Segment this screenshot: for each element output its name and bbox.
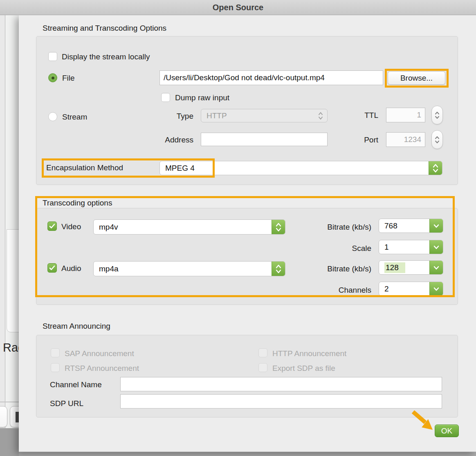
display-stream-locally-label: Display the stream locally bbox=[62, 52, 150, 61]
audio-bitrate-combo[interactable]: 128 bbox=[379, 260, 443, 275]
file-radio-label: File bbox=[62, 74, 75, 83]
stepper-up-icon bbox=[435, 136, 440, 139]
stepper-down-icon bbox=[435, 116, 440, 119]
selected-text-highlight: 128 bbox=[384, 262, 405, 273]
audio-codec-dropdown[interactable]: mp4a bbox=[93, 261, 285, 276]
ttl-input bbox=[386, 108, 425, 122]
ok-button[interactable]: OK bbox=[435, 424, 459, 437]
parent-window-button[interactable] bbox=[0, 406, 7, 427]
audio-bitrate-value: 128 bbox=[379, 261, 429, 274]
browse-button-label: Browse... bbox=[400, 74, 433, 83]
parent-window-divider bbox=[0, 402, 19, 402]
ok-button-label: OK bbox=[441, 427, 452, 436]
audio-checkbox[interactable] bbox=[47, 263, 57, 273]
chevron-up-down-icon bbox=[272, 262, 285, 276]
file-path-input[interactable] bbox=[159, 70, 383, 85]
type-dropdown-value: HTTP bbox=[201, 109, 314, 122]
window-title: Open Source bbox=[213, 3, 263, 12]
announcing-section-heading: Stream Announcing bbox=[43, 322, 110, 331]
video-codec-value: mp4v bbox=[94, 220, 272, 234]
stream-radio[interactable] bbox=[48, 112, 57, 121]
background-window-edge bbox=[0, 15, 5, 456]
audio-label: Audio bbox=[61, 264, 81, 273]
stream-radio-label: Stream bbox=[62, 113, 87, 122]
type-label: Type bbox=[148, 112, 193, 121]
export-sdp-checkbox bbox=[258, 363, 267, 372]
open-source-dialog: Rad Open Source Streaming and Transcodin… bbox=[0, 0, 476, 456]
http-announcement-label: HTTP Announcement bbox=[272, 349, 346, 358]
chevron-down-icon bbox=[429, 282, 443, 296]
parent-window-shadow bbox=[0, 428, 19, 456]
encapsulation-method-value: MPEG 4 bbox=[160, 161, 429, 175]
dump-raw-input-label: Dump raw input bbox=[175, 93, 229, 102]
audio-codec-value: mp4a bbox=[94, 262, 272, 276]
address-input[interactable] bbox=[201, 133, 328, 146]
chevron-up-down-icon bbox=[272, 220, 285, 234]
checkmark-icon bbox=[49, 223, 55, 229]
http-announcement-checkbox bbox=[258, 348, 267, 357]
ttl-stepper[interactable] bbox=[431, 106, 443, 124]
stepper-down-icon bbox=[435, 140, 440, 144]
rtsp-announcement-label: RTSP Announcement bbox=[65, 364, 139, 373]
sap-announcement-label: SAP Announcement bbox=[65, 349, 134, 358]
dump-raw-input-checkbox[interactable] bbox=[161, 93, 170, 102]
scale-label: Scale bbox=[302, 244, 371, 253]
ttl-label: TTL bbox=[341, 111, 378, 120]
address-label: Address bbox=[148, 135, 193, 144]
video-bitrate-value: 768 bbox=[379, 219, 429, 233]
port-stepper[interactable] bbox=[431, 130, 443, 149]
display-stream-locally-checkbox[interactable] bbox=[48, 52, 57, 61]
chevron-down-icon bbox=[429, 219, 443, 233]
chevron-up-down-icon bbox=[429, 161, 442, 175]
encapsulation-method-label: Encapsulation Method bbox=[46, 163, 123, 172]
parent-window-clipped-text: Rad bbox=[3, 341, 19, 356]
desktop-strip bbox=[19, 452, 476, 456]
channels-label: Channels bbox=[302, 286, 371, 295]
sdp-url-label: SDP URL bbox=[50, 399, 83, 408]
parent-window-button-icon bbox=[16, 412, 19, 422]
scale-combo[interactable]: 1 bbox=[379, 240, 443, 254]
video-bitrate-label: Bitrate (kb/s) bbox=[302, 223, 371, 232]
checkmark-icon bbox=[49, 265, 55, 271]
video-codec-dropdown[interactable]: mp4v bbox=[93, 219, 285, 235]
port-input bbox=[386, 132, 425, 147]
channels-value: 2 bbox=[379, 282, 429, 296]
video-checkbox[interactable] bbox=[47, 221, 57, 231]
scale-value: 1 bbox=[379, 240, 429, 254]
parent-window-panel-corner bbox=[7, 229, 20, 332]
chevron-up-down-icon bbox=[314, 109, 327, 122]
transcoding-section-heading: Transcoding options bbox=[43, 199, 112, 208]
port-label: Port bbox=[341, 135, 378, 144]
sap-announcement-checkbox bbox=[51, 348, 60, 357]
browse-button[interactable]: Browse... bbox=[388, 71, 445, 85]
encapsulation-method-dropdown[interactable]: MPEG 4 bbox=[159, 161, 442, 175]
chevron-down-icon bbox=[429, 261, 443, 274]
channel-name-input[interactable] bbox=[120, 377, 442, 391]
window-titlebar: Open Source bbox=[0, 0, 476, 15]
channel-name-label: Channel Name bbox=[50, 380, 102, 389]
sdp-url-input[interactable] bbox=[120, 394, 442, 409]
file-radio[interactable] bbox=[48, 73, 57, 82]
channels-combo[interactable]: 2 bbox=[379, 282, 443, 296]
rtsp-announcement-checkbox bbox=[51, 363, 60, 372]
type-dropdown: HTTP bbox=[201, 109, 328, 122]
streaming-section-heading: Streaming and Transcoding Options bbox=[43, 24, 166, 33]
audio-bitrate-label: Bitrate (kb/s) bbox=[302, 264, 371, 273]
stepper-up-icon bbox=[435, 111, 440, 115]
video-bitrate-combo[interactable]: 768 bbox=[379, 219, 443, 233]
export-sdp-label: Export SDP as file bbox=[272, 364, 335, 373]
chevron-down-icon bbox=[429, 240, 443, 254]
video-label: Video bbox=[61, 222, 81, 231]
